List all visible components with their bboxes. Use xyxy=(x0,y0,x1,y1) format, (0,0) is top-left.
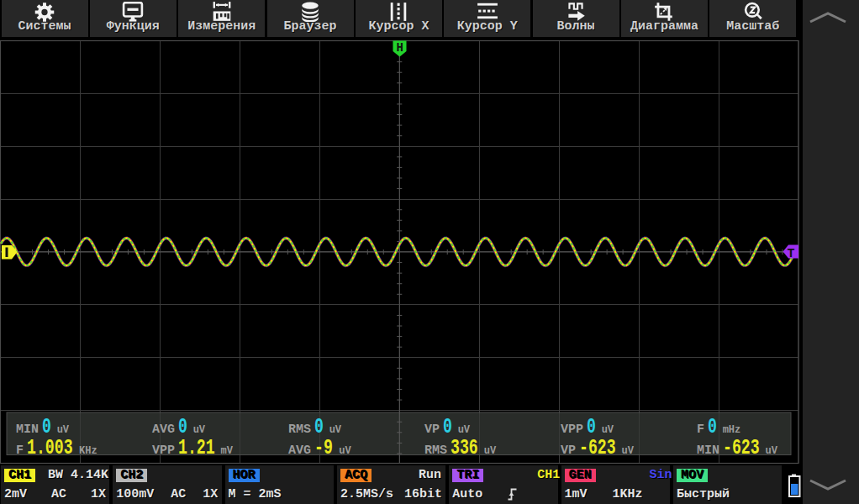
svg-text:H: H xyxy=(397,41,403,55)
svg-text:T: T xyxy=(787,247,794,261)
